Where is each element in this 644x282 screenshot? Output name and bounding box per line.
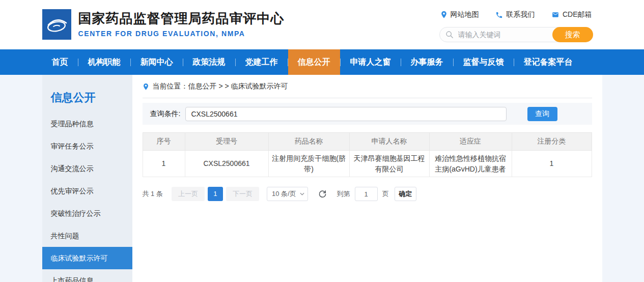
cell-indication: 难治性急性移植物抗宿主病(aGvHD)儿童患者 (429, 151, 512, 177)
content-wrap: 信息公开 受理品种信息 审评任务公示 沟通交流公示 优先审评公示 突破性治疗公示… (0, 75, 644, 282)
nav-item-info-disclosure[interactable]: 信息公开 (288, 49, 340, 75)
col-header-drug-name: 药品名称 (268, 133, 349, 151)
next-page-button[interactable]: 下一页 (226, 187, 259, 201)
col-header-acceptance-no: 受理号 (185, 133, 268, 151)
chevron-down-icon (300, 192, 304, 195)
breadcrumb: 当前位置：信息公开 > > 临床试验默示许可 (143, 82, 592, 98)
nav-item-news[interactable]: 新闻中心 (131, 49, 183, 75)
sidebar-item-breakthrough-therapy[interactable]: 突破性治疗公示 (42, 202, 132, 224)
refresh-button[interactable] (318, 190, 327, 199)
sidebar-item-priority-review[interactable]: 优先审评公示 (42, 180, 132, 202)
sitemap-link[interactable]: 网站地图 (440, 10, 479, 19)
table-header-row: 序号 受理号 药品名称 申请人名称 适应症 注册分类 (143, 133, 592, 151)
sitemap-label: 网站地图 (451, 10, 479, 19)
cell-registration-class: 1 (512, 151, 592, 177)
breadcrumb-text: 当前位置：信息公开 > > 临床试验默示许可 (153, 82, 288, 91)
location-pin-icon (143, 83, 149, 91)
cell-applicant: 天津昂赛细胞基因工程有限公司 (349, 151, 429, 177)
nav-item-supervision-feedback[interactable]: 监督与反馈 (454, 49, 514, 75)
nav-item-party-building[interactable]: 党建工作 (236, 49, 288, 75)
col-header-applicant: 申请人名称 (349, 133, 429, 151)
page-size-value: 10 条/页 (272, 190, 296, 198)
table-row: 1 CXSL2500661 注射用间充质干细胞(脐带) 天津昂赛细胞基因工程有限… (143, 151, 592, 177)
col-header-indication: 适应症 (429, 133, 512, 151)
sidebar: 信息公开 受理品种信息 审评任务公示 沟通交流公示 优先审评公示 突破性治疗公示… (42, 75, 132, 282)
nav-item-services[interactable]: 办事服务 (401, 49, 453, 75)
goto-page-prefix: 到第 (337, 189, 350, 199)
sidebar-title: 信息公开 (42, 90, 132, 105)
site-search: 搜索 (439, 27, 593, 42)
search-button[interactable]: 搜索 (552, 27, 593, 42)
page-size-select[interactable]: 10 条/页 (267, 187, 308, 201)
cell-seq: 1 (143, 151, 185, 177)
prev-page-button[interactable]: 上一页 (172, 187, 205, 201)
goto-page-input[interactable] (355, 187, 378, 201)
search-icon (445, 31, 454, 39)
nav-item-registration-platform[interactable]: 登记备案平台 (514, 49, 582, 75)
mail-icon (551, 11, 559, 18)
cde-logo-icon (42, 9, 71, 40)
nav-item-applicant-window[interactable]: 申请人之窗 (341, 49, 401, 75)
query-bar: 查询条件: 查询 (143, 103, 592, 125)
phone-icon (495, 11, 503, 19)
contact-label: 联系我们 (506, 10, 535, 19)
brand: 国家药品监督管理局药品审评中心 CENTER FOR DRUG EVALUATI… (42, 9, 285, 40)
nav-item-policies[interactable]: 政策法规 (183, 49, 235, 75)
sidebar-item-review-tasks[interactable]: 审评任务公示 (42, 135, 132, 157)
sidebar-item-marketed-drugs[interactable]: 上市药品信息 (42, 269, 132, 282)
sidebar-item-communication[interactable]: 沟通交流公示 (42, 157, 132, 180)
query-button[interactable]: 查询 (527, 107, 557, 121)
cde-logo[interactable] (42, 9, 71, 40)
quick-links: 网站地图 联系我们 CDE邮箱 (439, 10, 593, 19)
page-number-1[interactable]: 1 (208, 187, 223, 201)
mailbox-label: CDE邮箱 (563, 10, 592, 19)
sidebar-item-accepted-products[interactable]: 受理品种信息 (42, 112, 132, 135)
cell-drug-name: 注射用间充质干细胞(脐带) (268, 151, 349, 177)
site-header: 国家药品监督管理局药品审评中心 CENTER FOR DRUG EVALUATI… (0, 0, 644, 49)
location-pin-icon (440, 11, 447, 19)
contact-link[interactable]: 联系我们 (495, 10, 535, 19)
main-panel: 当前位置：信息公开 > > 临床试验默示许可 查询条件: 查询 序号 受理号 药… (132, 75, 603, 282)
refresh-icon (318, 190, 327, 199)
goto-page-suffix: 页 (382, 189, 389, 199)
confirm-button[interactable]: 确定 (395, 187, 416, 201)
query-label: 查询条件: (150, 109, 181, 119)
col-header-registration-class: 注册分类 (512, 133, 592, 151)
main-nav: 首页 机构职能 新闻中心 政策法规 党建工作 信息公开 申请人之窗 办事服务 监… (0, 49, 644, 75)
results-table: 序号 受理号 药品名称 申请人名称 适应症 注册分类 1 CXSL2500661… (143, 132, 592, 177)
mailbox-link[interactable]: CDE邮箱 (551, 10, 592, 19)
site-subtitle: CENTER FOR DRUG EVALUATION, NMPA (78, 30, 285, 38)
query-input[interactable] (185, 107, 506, 121)
pagination: 共 1 条 上一页 1 下一页 10 条/页 到第 (143, 187, 592, 201)
nav-item-home[interactable]: 首页 (42, 49, 78, 75)
col-header-seq: 序号 (143, 133, 185, 151)
sidebar-item-clinical-trial-implied-license[interactable]: 临床试验默示许可 (42, 247, 132, 269)
pagination-total: 共 1 条 (143, 189, 163, 199)
site-title: 国家药品监督管理局药品审评中心 (78, 10, 285, 27)
sidebar-item-common-questions[interactable]: 共性问题 (42, 224, 132, 247)
cell-acceptance-no: CXSL2500661 (185, 151, 268, 177)
nav-item-org-functions[interactable]: 机构职能 (78, 49, 130, 75)
